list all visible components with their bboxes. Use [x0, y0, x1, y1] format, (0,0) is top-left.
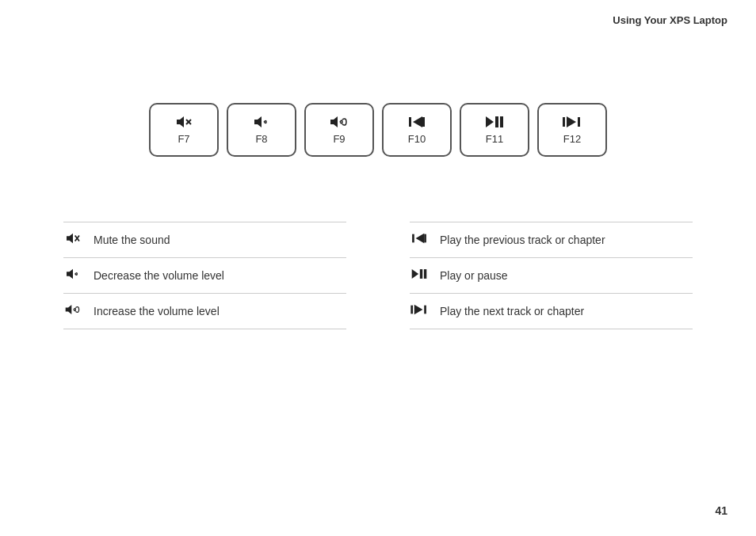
- legend-next-track: Play the next track or chapter: [410, 294, 693, 329]
- prev-track-icon: [407, 115, 426, 131]
- svg-marker-17: [67, 269, 73, 279]
- svg-rect-24: [424, 269, 426, 279]
- legend-next-icon: [410, 303, 429, 319]
- legend-vol-up-icon: [63, 303, 82, 319]
- svg-rect-10: [500, 116, 503, 127]
- svg-rect-19: [412, 234, 414, 243]
- legend-prev-text: Play the previous track or chapter: [440, 234, 605, 246]
- svg-rect-11: [563, 117, 565, 127]
- svg-marker-18: [66, 305, 72, 314]
- next-track-icon: [563, 115, 582, 131]
- svg-marker-22: [412, 269, 418, 279]
- svg-marker-20: [416, 234, 425, 243]
- mute-icon: [175, 115, 193, 131]
- vol-down-icon: [253, 115, 270, 131]
- key-f12-label: F12: [563, 133, 581, 145]
- legend-mute: Mute the sound: [63, 222, 346, 258]
- vol-up-icon: [329, 115, 349, 131]
- legend-section: Mute the sound Decrease the volume level: [63, 222, 693, 329]
- svg-marker-14: [67, 234, 73, 243]
- svg-marker-12: [567, 116, 576, 127]
- svg-rect-9: [495, 116, 498, 127]
- legend-vol-up: Increase the volume level: [63, 294, 346, 329]
- key-f8-label: F8: [255, 133, 267, 145]
- svg-marker-8: [486, 116, 494, 127]
- legend-prev-track: Play the previous track or chapter: [410, 222, 693, 258]
- legend-col-left: Mute the sound Decrease the volume level: [63, 222, 378, 329]
- key-f12: F12: [537, 103, 607, 157]
- key-f7-label: F7: [178, 133, 189, 145]
- legend-vol-up-text: Increase the volume level: [94, 305, 220, 317]
- key-f9-label: F9: [333, 133, 345, 145]
- legend-vol-down: Decrease the volume level: [63, 258, 346, 294]
- svg-rect-13: [578, 117, 580, 127]
- legend-col-right: Play the previous track or chapter Play …: [378, 222, 693, 329]
- key-f10: F10: [382, 103, 452, 157]
- key-f7: F7: [149, 103, 219, 157]
- svg-rect-27: [424, 306, 426, 314]
- svg-marker-26: [414, 305, 423, 314]
- svg-marker-0: [177, 116, 184, 127]
- svg-marker-6: [413, 116, 422, 127]
- page-header: Using Your XPS Laptop: [613, 14, 727, 26]
- svg-marker-3: [254, 116, 262, 127]
- svg-rect-7: [422, 117, 425, 127]
- page-number: 41: [715, 504, 727, 517]
- legend-vol-down-text: Decrease the volume level: [94, 269, 224, 282]
- legend-play-pause-icon: [410, 268, 429, 283]
- svg-marker-4: [330, 116, 338, 127]
- legend-mute-icon: [63, 232, 82, 248]
- key-f8: F8: [227, 103, 296, 157]
- legend-prev-icon: [410, 232, 429, 248]
- key-f10-label: F10: [408, 133, 426, 145]
- legend-vol-down-icon: [63, 268, 82, 283]
- svg-rect-21: [424, 234, 426, 243]
- svg-rect-5: [409, 117, 411, 127]
- svg-rect-23: [420, 269, 422, 279]
- legend-play-pause-text: Play or pause: [440, 269, 508, 282]
- key-f9: F9: [304, 103, 374, 157]
- legend-mute-text: Mute the sound: [94, 234, 170, 246]
- keys-section: F7 F8 F9 F10: [149, 103, 607, 157]
- key-f11-label: F11: [486, 133, 503, 145]
- legend-play-pause: Play or pause: [410, 258, 693, 294]
- play-pause-icon: [484, 115, 505, 131]
- svg-rect-25: [410, 306, 413, 314]
- key-f11: F11: [460, 103, 529, 157]
- legend-next-text: Play the next track or chapter: [440, 305, 584, 317]
